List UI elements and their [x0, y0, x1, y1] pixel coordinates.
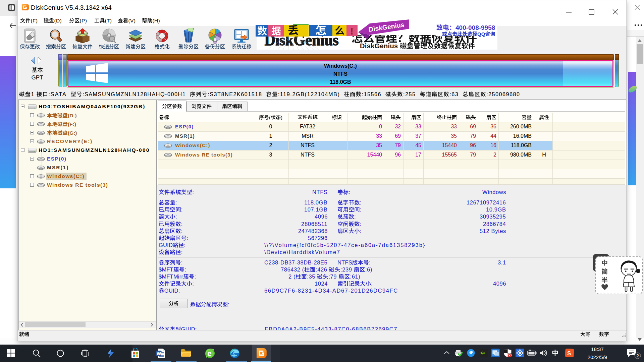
svg-text:1024: 1024: [315, 281, 328, 287]
svg-text::: :: [348, 189, 350, 195]
svg-text::: :: [184, 242, 186, 248]
svg-text:C238-DB37-38DB-28E5: C238-DB37-38DB-28E5: [264, 259, 327, 265]
svg-text:786432 (: 786432 (: [281, 266, 304, 273]
svg-text::: :: [181, 249, 183, 255]
svg-text:30935295: 30935295: [480, 214, 506, 220]
svg-text::SATA: :SATA: [48, 91, 66, 97]
svg-text:\\?\Volume{fcf0fc5b-5207-47ce-: \\?\Volume{fcf0fc5b-5207-47ce-a60a-7da61…: [264, 242, 425, 248]
svg-text::: :: [175, 199, 177, 205]
svg-text::239: :239: [340, 266, 352, 273]
svg-text:28068511: 28068511: [301, 221, 327, 227]
svg-text:(F): (F): [31, 18, 38, 23]
svg-text:118.0GB: 118.0GB: [304, 199, 327, 205]
svg-text::426: :426: [316, 266, 327, 273]
svg-text::: :: [175, 214, 177, 220]
svg-text::: :: [369, 259, 371, 265]
svg-text::: :: [360, 199, 362, 205]
svg-text:Windows(C:): Windows(C:): [324, 63, 357, 69]
svg-text::: :: [360, 228, 362, 234]
svg-text:W: W: [157, 351, 161, 356]
svg-text::: :: [228, 302, 229, 307]
svg-text:126710972416: 126710972416: [467, 199, 506, 205]
svg-text:10.9GB: 10.9GB: [486, 206, 506, 213]
svg-text:2: 2: [637, 353, 639, 358]
svg-text:107.1GB: 107.1GB: [304, 206, 327, 213]
svg-text:QQ: QQ: [477, 31, 485, 37]
svg-text:e: e: [208, 349, 212, 358]
svg-text::: :: [354, 214, 356, 220]
svg-text:2 (: 2 (: [288, 274, 296, 280]
svg-text:NTFS: NTFS: [312, 189, 328, 195]
svg-text::S3T8NE2K601518: :S3T8NE2K601518: [208, 91, 262, 97]
svg-text:1: 1: [31, 91, 35, 97]
svg-text::: :: [192, 189, 194, 195]
svg-text:4096: 4096: [493, 281, 506, 287]
svg-text:GUID:: GUID:: [164, 288, 180, 294]
svg-text:(: (: [269, 114, 271, 120]
svg-text::79: :79: [328, 274, 337, 280]
svg-text::: :: [195, 274, 196, 280]
svg-text::: :: [181, 206, 183, 213]
svg-text::35: :35: [307, 274, 315, 280]
svg-text:4096: 4096: [315, 214, 328, 220]
svg-text:GUID: GUID: [159, 242, 173, 248]
svg-text::: :: [192, 281, 194, 287]
svg-text:2866784: 2866784: [483, 221, 506, 227]
svg-text::: :: [181, 221, 183, 227]
svg-text:(D): (D): [54, 18, 62, 23]
svg-text::6): :6): [365, 266, 372, 273]
svg-text:DiskGenius: DiskGenius: [360, 42, 398, 50]
svg-text:NTFS: NTFS: [337, 259, 352, 265]
svg-text::61): :61): [350, 274, 361, 280]
svg-text:(H): (H): [153, 18, 160, 23]
svg-text::255: :255: [403, 91, 416, 97]
svg-text:(T): (T): [105, 18, 112, 23]
svg-text::: :: [184, 266, 186, 273]
svg-text:247482368: 247482368: [298, 228, 328, 234]
svg-text::15566: :15566: [362, 91, 382, 97]
svg-text::: :: [181, 259, 183, 265]
svg-text:$MFTMirr: $MFTMirr: [159, 274, 183, 280]
svg-text:\Device\HarddiskVolume7: \Device\HarddiskVolume7: [264, 249, 340, 255]
svg-text::: :: [360, 206, 362, 213]
svg-text::: :: [360, 221, 362, 227]
svg-text:66D9C7F6-8231-4D34-AD67-201D26: 66D9C7F6-8231-4D34-AD67-201D26DC94FC: [264, 288, 398, 294]
svg-text:567296: 567296: [308, 235, 328, 241]
svg-text:3.1: 3.1: [498, 259, 506, 265]
svg-text:(F:): (F:): [68, 121, 76, 127]
svg-text:(D:): (D:): [68, 113, 77, 118]
svg-text::: :: [181, 228, 183, 234]
svg-text:(V): (V): [128, 18, 136, 23]
svg-text::119.2GB(122104MB): :119.2GB(122104MB): [278, 91, 340, 97]
svg-text::: :: [187, 235, 189, 241]
svg-text:): ): [281, 114, 282, 120]
svg-text::250069680: :250069680: [486, 91, 520, 97]
svg-text:(G:): (G:): [68, 130, 77, 136]
svg-text::SAMSUNGMZNLN128HAHQ-000H1: :SAMSUNGMZNLN128HAHQ-000H1: [83, 91, 186, 97]
svg-text:512 Bytes: 512 Bytes: [480, 228, 506, 234]
svg-text:$MFT: $MFT: [159, 266, 173, 273]
svg-text:Windows: Windows: [482, 189, 506, 195]
svg-text:(P): (P): [80, 18, 87, 23]
svg-text::: :: [371, 281, 373, 287]
svg-text::63: :63: [449, 91, 459, 97]
